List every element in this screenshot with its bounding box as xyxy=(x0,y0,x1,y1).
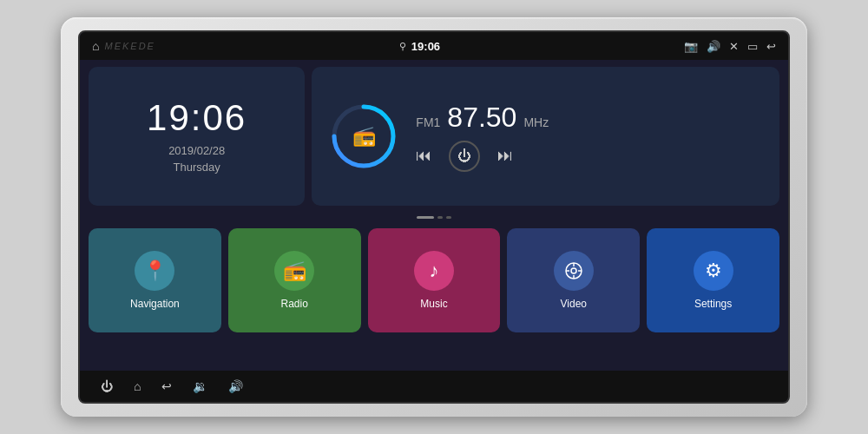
radio-icon: 📻 xyxy=(352,125,376,148)
settings-label: Settings xyxy=(694,298,732,310)
app-tile-navigation[interactable]: 📍 Navigation xyxy=(89,228,221,332)
back-button[interactable]: ↩ xyxy=(161,379,172,393)
navigation-icon: 📍 xyxy=(135,251,174,291)
volume-icon[interactable]: 🔊 xyxy=(707,40,720,53)
back-icon[interactable]: ↩ xyxy=(766,40,776,53)
top-row: 19:06 2019/02/28 Thursday xyxy=(89,67,779,206)
clock-time: 19:06 xyxy=(147,97,247,139)
status-time: 19:06 xyxy=(411,40,440,53)
device-screen: ⌂ MEKEDE ⚲ 19:06 📷 🔊 ✕ ▭ ↩ 19:06 xyxy=(78,30,790,404)
app-tile-radio[interactable]: 📻 Radio xyxy=(228,228,361,332)
radio-controls: ⏮ ⏻ ⏭ xyxy=(416,141,762,172)
clock-widget: 19:06 2019/02/28 Thursday xyxy=(89,67,305,206)
radio-app-icon: 📻 xyxy=(274,251,314,291)
page-indicator xyxy=(89,213,779,221)
page-dot-3 xyxy=(446,216,451,219)
status-bar: ⌂ MEKEDE ⚲ 19:06 📷 🔊 ✕ ▭ ↩ xyxy=(80,32,788,60)
volume-down-button[interactable]: 🔉 xyxy=(193,379,207,393)
app-tile-settings[interactable]: ⚙ Settings xyxy=(647,228,779,332)
radio-info: FM1 87.50 MHz ⏮ ⏻ ⏭ xyxy=(398,102,762,172)
pin-icon: ⚲ xyxy=(399,41,406,52)
app-tile-video[interactable]: Video xyxy=(507,228,640,332)
camera-icon[interactable]: 📷 xyxy=(684,40,698,53)
main-content: 19:06 2019/02/28 Thursday xyxy=(80,60,788,371)
radio-frequency: 87.50 xyxy=(447,102,516,134)
radio-circle[interactable]: 📻 xyxy=(329,102,398,171)
radio-label: Radio xyxy=(281,298,308,310)
home-icon[interactable]: ⌂ xyxy=(92,39,99,53)
status-left: ⌂ MEKEDE xyxy=(92,39,155,53)
bottom-nav: ⏻ ⌂ ↩ 🔉 🔊 xyxy=(80,371,788,402)
radio-widget: 📻 FM1 87.50 MHz ⏮ ⏻ ⏭ xyxy=(312,67,779,206)
volume-up-button[interactable]: 🔊 xyxy=(228,379,243,393)
bottom-row: 📍 Navigation 📻 Radio ♪ Music xyxy=(89,228,779,332)
music-label: Music xyxy=(420,298,447,310)
radio-next-button[interactable]: ⏭ xyxy=(497,147,513,165)
video-icon xyxy=(554,251,594,291)
music-icon: ♪ xyxy=(414,251,454,291)
navigation-label: Navigation xyxy=(130,298,180,310)
page-dot-2 xyxy=(437,216,443,219)
status-center: ⚲ 19:06 xyxy=(399,40,440,53)
screen-icon[interactable]: ▭ xyxy=(747,40,758,53)
radio-freq-row: FM1 87.50 MHz xyxy=(416,102,762,134)
home-button[interactable]: ⌂ xyxy=(134,379,141,393)
status-right: 📷 🔊 ✕ ▭ ↩ xyxy=(684,40,776,53)
radio-band: FM1 xyxy=(416,115,440,129)
page-dot-1 xyxy=(417,216,434,219)
power-button[interactable]: ⏻ xyxy=(101,379,113,393)
radio-unit: MHz xyxy=(523,115,549,129)
settings-icon: ⚙ xyxy=(694,251,733,291)
radio-power-button[interactable]: ⏻ xyxy=(449,141,480,172)
app-tile-music[interactable]: ♪ Music xyxy=(368,228,501,332)
video-label: Video xyxy=(561,298,587,310)
close-icon[interactable]: ✕ xyxy=(729,40,739,53)
clock-date: 2019/02/28 Thursday xyxy=(168,142,225,176)
svg-point-3 xyxy=(571,268,576,273)
watermark: MEKEDE xyxy=(104,41,155,51)
radio-prev-button[interactable]: ⏮ xyxy=(416,147,431,165)
device-outer: ⌂ MEKEDE ⚲ 19:06 📷 🔊 ✕ ▭ ↩ 19:06 xyxy=(61,17,807,417)
